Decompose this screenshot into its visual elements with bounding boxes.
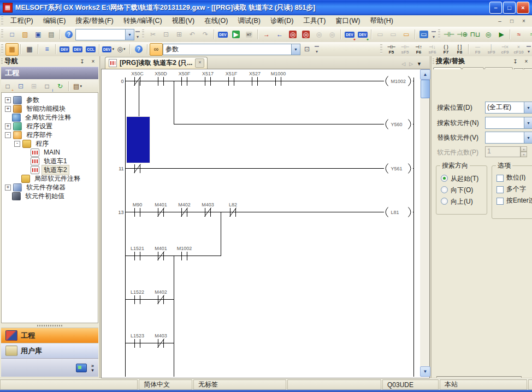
scroll-up-icon[interactable]: ▲ (420, 69, 430, 80)
combo-dropdown-icon[interactable]: ▼ (524, 117, 532, 128)
menu-item-5[interactable]: 视图(V) (167, 15, 200, 27)
ladder-symbol-sF9-icon[interactable]: │sF9 (484, 43, 498, 56)
statement-display-icon[interactable]: ▭ (387, 28, 400, 41)
toolbar-overflow-icon[interactable]: ▾ (134, 29, 141, 40)
menu-item-10[interactable]: 窗口(W) (330, 15, 365, 27)
comment-display-icon[interactable]: ▭ (374, 28, 387, 41)
toolbar-overflow-icon[interactable]: ▾ (430, 29, 437, 40)
monitor-pause-icon[interactable]: ◎ (312, 28, 326, 41)
combo-dropdown-icon[interactable]: ▼ (291, 44, 300, 55)
auto-hide-pin-icon[interactable]: ↧ (78, 57, 87, 66)
collapse-icon[interactable]: - (14, 141, 20, 147)
menu-item-8[interactable]: 诊断(D) (265, 15, 298, 27)
menu-item-3[interactable]: 搜索/替换(F) (70, 15, 118, 27)
paste-icon[interactable]: ⊞ (173, 28, 186, 41)
print-icon[interactable]: ▤ (45, 28, 58, 41)
ladder-symbol-F7-icon[interactable]: ( )F7 (439, 43, 453, 56)
crt-monitor-icon[interactable]: ▭ (417, 28, 430, 41)
device-display-on-icon[interactable]: DEV● (343, 28, 356, 41)
data-info-icon[interactable]: □i (40, 80, 54, 92)
menu-item-9[interactable]: 工具(T) (298, 15, 330, 27)
close-panel-icon[interactable]: × (522, 57, 531, 66)
program-list-icon[interactable]: ≡ (40, 43, 54, 56)
monitor-mode-icon[interactable]: ◎ (286, 28, 299, 41)
checkbox-icon[interactable] (496, 175, 504, 182)
device-comment-search-icon[interactable]: DEV (216, 28, 229, 41)
read-from-plc-icon[interactable]: ← (273, 28, 286, 41)
monitor-stop-icon[interactable]: ◎ (326, 28, 339, 41)
search-device-combo[interactable]: ▼ (485, 117, 532, 129)
expand-icon[interactable]: + (5, 106, 11, 112)
module-config-icon[interactable]: ▦ (23, 43, 36, 56)
redo-icon[interactable]: ↷ (199, 28, 212, 41)
new-data-icon[interactable]: □+ (1, 80, 14, 92)
combo-dropdown-icon[interactable]: ▼ (524, 132, 532, 143)
coil-paren[interactable] (409, 207, 411, 217)
coil-paren[interactable] (386, 76, 388, 86)
dropdown-arrow-icon[interactable]: ▾ (112, 47, 114, 51)
mdi-restore-button[interactable]: □ (507, 17, 517, 26)
file-path-combo[interactable]: ▼ (75, 29, 134, 40)
ladder-symbol-F9-icon[interactable]: —F9 (471, 43, 484, 56)
checkbox-icon[interactable] (496, 198, 504, 205)
find-help-icon[interactable]: H? (243, 28, 256, 41)
coil-paren[interactable] (386, 164, 388, 174)
ladder-symbol-cF9-icon[interactable]: ⊣×cF9 (498, 43, 512, 56)
toolbar-grip[interactable] (1, 29, 3, 39)
menu-item-2[interactable]: 编辑(E) (38, 15, 71, 27)
menubar-grip[interactable] (1, 16, 3, 26)
toolbar-grip[interactable] (380, 44, 382, 54)
copy-icon[interactable]: ⊡ (159, 28, 173, 41)
toolbar-grip[interactable] (438, 29, 440, 39)
edit-cursor-cell[interactable] (127, 117, 150, 163)
help2-icon[interactable]: ? (132, 43, 145, 56)
option-checkbox-1[interactable]: 数位(I) (496, 174, 532, 182)
radio-icon[interactable] (441, 186, 448, 193)
menu-item-7[interactable]: 调试(B) (233, 15, 265, 27)
checkbox-icon[interactable] (496, 186, 504, 193)
nav-button-user-library[interactable]: 用户库 (1, 343, 98, 358)
menu-item-6[interactable]: 在线(O) (199, 15, 233, 27)
ladder-symbol-cF10-icon[interactable]: ×cF10 (512, 43, 525, 56)
tree-item-软元件初始值[interactable]: 软元件初始值 (2, 192, 98, 200)
title-bar[interactable]: ▦ MELSOFT系列 GX Works2 E:\网络下载\轨道车2013112… (0, 0, 532, 15)
save-icon[interactable]: ▣ (32, 28, 45, 41)
connection-destination-icon[interactable] (76, 364, 87, 372)
dropdown-arrow-icon[interactable]: ▾ (123, 47, 126, 51)
expand-icon[interactable]: + (5, 123, 11, 129)
write-to-plc-icon[interactable]: → (260, 28, 273, 41)
radio-icon[interactable] (441, 198, 448, 205)
expand-icon[interactable]: + (5, 185, 11, 191)
nav-button-project[interactable]: 工程 (1, 328, 98, 343)
device-memory-icon[interactable]: DEV (71, 43, 84, 56)
vertical-scrollbar[interactable]: ▲ ▼ (420, 69, 429, 377)
monitor-start-icon[interactable]: ⊣⊢ (442, 28, 456, 41)
option-checkbox-3[interactable]: 按Enter连续搜 (496, 197, 532, 205)
device-find-monitor-icon[interactable]: ◎ (482, 28, 495, 41)
ladder-canvas[interactable]: X50CX50DX50FX517X51FX527M1000X50FM90M401… (102, 69, 419, 377)
coil-paren[interactable] (409, 76, 411, 86)
device-cclink-icon[interactable]: CCL (84, 43, 97, 56)
paste-data-icon[interactable]: ⊞ (27, 80, 40, 92)
pulse-monitor-icon[interactable]: ⊓⊔ (469, 28, 482, 41)
radio-selected-icon[interactable] (441, 175, 448, 182)
undo-icon[interactable]: ↶ (186, 28, 199, 41)
scroll-down-icon[interactable]: ▼ (420, 366, 430, 377)
direction-option-3[interactable]: 向上(U) (441, 197, 473, 206)
new-file-icon[interactable]: □ (5, 28, 19, 41)
coil-paren[interactable] (386, 207, 388, 217)
direction-option-2[interactable]: 向下(O) (441, 186, 473, 195)
open-folder-icon[interactable]: ▨ (19, 28, 32, 41)
minimize-button[interactable]: – (489, 2, 502, 14)
device-skip-icon[interactable]: ◎▾ (115, 43, 128, 56)
dropdown-arrow-icon[interactable]: ▾ (80, 84, 82, 88)
tab-close-icon[interactable]: × (195, 58, 204, 68)
mdi-close-button[interactable]: × (519, 17, 529, 26)
ladder-symbol-sF6-icon[interactable]: ⊣↓sF6 (425, 43, 439, 56)
cross-reference-icon[interactable]: ∞ (150, 43, 163, 56)
coil-paren[interactable] (409, 120, 411, 129)
combo-dropdown-icon[interactable]: ▼ (524, 102, 532, 113)
sort-filter-icon[interactable]: ▤▾ (71, 80, 84, 92)
tab-list-icon[interactable]: ▼ (417, 61, 422, 67)
ladder-symbol-F6-icon[interactable]: ⊣↑F6 (412, 43, 425, 56)
